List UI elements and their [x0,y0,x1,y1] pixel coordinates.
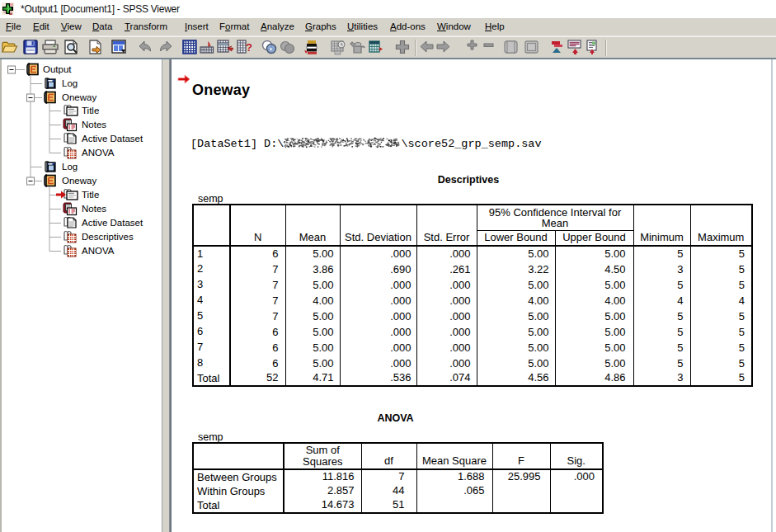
svg-text:Log: Log [62,162,78,172]
svg-text:ANOVA: ANOVA [82,246,115,256]
svg-text:Active Dataset: Active Dataset [82,134,143,144]
svg-text:ANOVA: ANOVA [82,148,115,158]
svg-text:Active Dataset: Active Dataset [82,218,143,228]
svg-text:Oneway: Oneway [62,92,96,102]
svg-text:Log: Log [62,78,78,88]
svg-text:Notes: Notes [82,120,106,129]
svg-text:Title: Title [82,106,99,115]
svg-text:Oneway: Oneway [62,176,96,186]
svg-text:Notes: Notes [82,204,106,214]
svg-text:Title: Title [82,190,99,200]
svg-text:Descriptives: Descriptives [82,232,134,242]
svg-text:?: ? [246,41,252,54]
svg-text:Output: Output [43,64,72,74]
